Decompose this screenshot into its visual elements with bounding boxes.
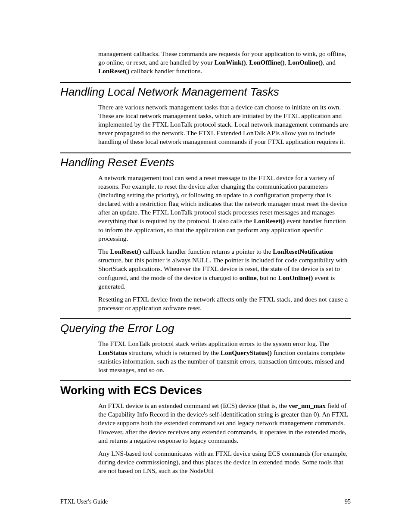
text: , and [323,59,336,66]
api-name: LonOnline() [288,59,323,66]
section-divider [60,380,351,381]
api-name: LonReset() [110,248,141,255]
paragraph: The FTXL LonTalk protocol stack writes a… [98,339,351,374]
paragraph: Resetting an FTXL device from the networ… [98,295,351,312]
document-page: management callbacks. These commands are… [0,0,411,532]
text: The [98,248,110,255]
api-name: LonOnline() [278,274,313,281]
api-name: LonWink() [215,59,246,66]
text: An FTXL device is an extended command se… [98,402,289,409]
section-divider [60,152,351,153]
section-divider [60,82,351,83]
api-name: LonReset() [254,217,285,224]
keyword: online [240,274,257,281]
heading-local-network: Handling Local Network Management Tasks [60,85,351,99]
api-name: LonOffline() [249,59,284,66]
paragraph: The LonReset() callback handler function… [98,247,351,291]
paragraph: Any LNS-based tool communicates with an … [98,449,351,476]
text: callback handler functions. [129,67,202,75]
section-divider [60,318,351,319]
heading-reset-events: Handling Reset Events [60,156,351,169]
paragraph: An FTXL device is an extended command se… [98,401,351,445]
page-number: 95 [345,498,351,505]
heading-error-log: Querying the Error Log [60,322,351,335]
api-name: LonResetNotification [273,248,333,255]
section-body: A network management tool can send a res… [98,174,351,313]
section-body: There are various network management tas… [98,103,351,146]
paragraph: A network management tool can send a res… [98,174,351,243]
text: callback handler function returns a poin… [141,248,273,255]
api-name: LonQueryStatus() [221,349,272,356]
paragraph: management callbacks. These commands are… [98,50,351,76]
intro-continuation: management callbacks. These commands are… [98,50,351,76]
text: , but no [256,274,278,281]
field-name: ver_nm_max [289,402,326,409]
page-footer: FTXL User's Guide 95 [60,498,351,505]
api-name: LonReset() [98,67,129,75]
section-body: An FTXL device is an extended command se… [98,401,351,476]
paragraph: There are various network management tas… [98,103,351,146]
text: structure, which is returned by the [127,349,221,356]
api-name: LonStatus [98,349,127,356]
heading-ecs-devices: Working with ECS Devices [60,384,351,397]
section-body: The FTXL LonTalk protocol stack writes a… [98,339,351,374]
text: The FTXL LonTalk protocol stack writes a… [98,340,329,347]
footer-title: FTXL User's Guide [60,498,108,505]
